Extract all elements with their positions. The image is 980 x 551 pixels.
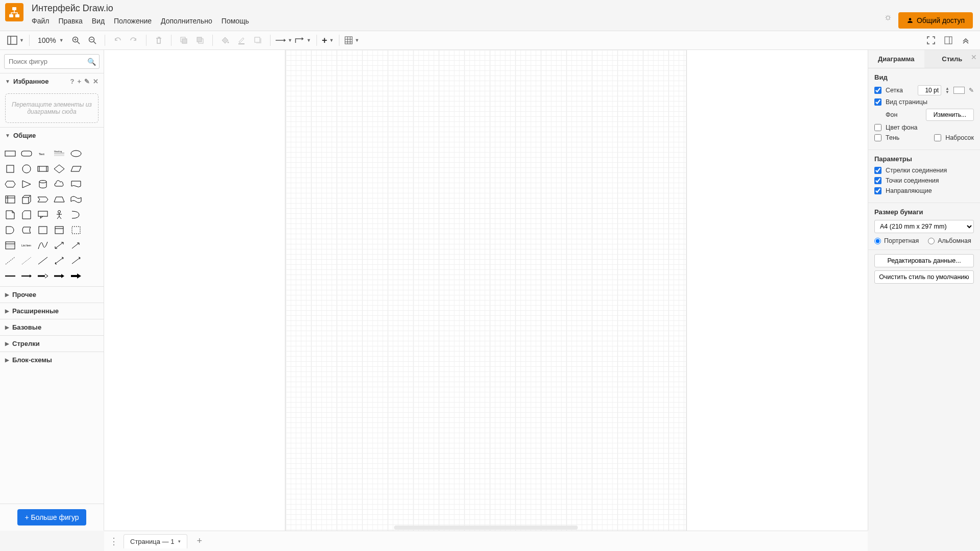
shape-tape[interactable]: [69, 192, 83, 207]
edit-grid-color-icon[interactable]: ✎: [969, 87, 974, 94]
shape-thin-arrow[interactable]: [19, 269, 34, 283]
close-icon[interactable]: ✕: [93, 78, 99, 85]
more-shapes-button[interactable]: + Больше фигур: [17, 509, 86, 525]
help-icon[interactable]: ?: [70, 78, 74, 85]
shape-diamond[interactable]: [52, 162, 66, 176]
app-logo[interactable]: [5, 3, 23, 21]
format-panel-button[interactable]: [941, 33, 955, 47]
collapse-button[interactable]: [959, 33, 973, 47]
section-header-general[interactable]: ▼ Общие: [0, 128, 104, 143]
horizontal-scrollbar[interactable]: [394, 525, 578, 530]
shape-internal-storage[interactable]: [3, 192, 17, 207]
add-page-button[interactable]: +: [192, 536, 206, 546]
add-icon[interactable]: +: [77, 78, 81, 85]
grid-color-swatch[interactable]: [953, 87, 965, 94]
checkbox-bg-color[interactable]: [874, 124, 881, 131]
shape-thick-arrow[interactable]: [52, 269, 66, 283]
waypoint-dropdown[interactable]: ▼: [295, 37, 311, 44]
fill-color-button[interactable]: [218, 33, 232, 47]
theme-toggle-icon[interactable]: ☼: [884, 12, 892, 22]
shape-block-arrow[interactable]: [69, 269, 83, 283]
checkbox-page-view[interactable]: [874, 98, 881, 106]
search-input[interactable]: [5, 55, 99, 68]
change-background-button[interactable]: Изменить...: [926, 109, 974, 121]
section-header-advanced[interactable]: ▶Расширенные: [0, 303, 104, 319]
page-menu-icon[interactable]: ⋮: [109, 536, 118, 547]
shape-or[interactable]: [69, 208, 83, 222]
shape-directional-connector[interactable]: [69, 254, 83, 268]
grid-size-input[interactable]: [918, 85, 941, 95]
menu-edit[interactable]: Правка: [58, 17, 82, 25]
line-color-button[interactable]: [234, 33, 249, 47]
radio-landscape-wrap[interactable]: Альбомная: [928, 237, 971, 244]
shape-text[interactable]: Text: [36, 146, 50, 161]
shape-card[interactable]: [19, 208, 34, 222]
page-tab[interactable]: Страница — 1 ▾: [124, 534, 187, 548]
section-header-basic[interactable]: ▶Базовые: [0, 319, 104, 335]
checkbox-sketch[interactable]: [934, 134, 941, 141]
insert-dropdown[interactable]: +▼: [322, 35, 334, 46]
shape-container[interactable]: [36, 223, 50, 237]
radio-landscape[interactable]: [928, 238, 935, 244]
close-panel-icon[interactable]: ✕: [971, 53, 977, 61]
shape-bidir-connector[interactable]: [52, 254, 66, 268]
section-header-flowchart[interactable]: ▶Блок-схемы: [0, 352, 104, 368]
menu-file[interactable]: Файл: [32, 17, 49, 25]
reset-style-button[interactable]: Очистить стиль по умолчанию: [874, 270, 974, 284]
shape-dotted-line[interactable]: [19, 254, 34, 268]
menu-arrange[interactable]: Положение: [114, 17, 152, 25]
checkbox-conn-points[interactable]: [874, 177, 881, 184]
zoom-in-button[interactable]: [69, 33, 83, 47]
shadow-button[interactable]: [251, 33, 265, 47]
undo-button[interactable]: [110, 33, 125, 47]
shape-note[interactable]: [3, 208, 17, 222]
shape-ellipse[interactable]: [69, 146, 83, 161]
section-header-arrows[interactable]: ▶Стрелки: [0, 336, 104, 352]
edit-icon[interactable]: ✎: [84, 78, 90, 85]
checkbox-guides[interactable]: [874, 187, 881, 194]
shape-callout[interactable]: [36, 208, 50, 222]
to-front-button[interactable]: [177, 33, 191, 47]
edit-data-button[interactable]: Редактировать данные...: [874, 254, 974, 267]
shape-bidirectional-arrow[interactable]: [52, 238, 66, 253]
checkbox-conn-arrows[interactable]: [874, 167, 881, 174]
shape-parallelogram[interactable]: [69, 162, 83, 176]
grid-size-stepper[interactable]: ▲▼: [945, 87, 949, 94]
scratch-dropzone[interactable]: Перетащите элементы из диаграммы сюда: [5, 93, 99, 123]
zoom-level[interactable]: 100% ▼: [35, 36, 67, 44]
shape-textbox[interactable]: Heading: [52, 146, 66, 161]
table-dropdown[interactable]: ▼: [345, 36, 359, 44]
shape-step[interactable]: [36, 192, 50, 207]
radio-portrait-wrap[interactable]: Портретная: [874, 237, 919, 244]
shape-data-storage[interactable]: [19, 223, 34, 237]
shape-cylinder[interactable]: [36, 177, 50, 191]
shape-cube[interactable]: [19, 192, 34, 207]
shape-actor[interactable]: [52, 208, 66, 222]
connection-dropdown[interactable]: ▼: [276, 38, 292, 43]
shape-list[interactable]: [3, 238, 17, 253]
menu-extras[interactable]: Дополнительно: [161, 17, 212, 25]
paper-size-select[interactable]: A4 (210 mm x 297 mm): [874, 220, 974, 233]
shape-square[interactable]: [3, 162, 17, 176]
shape-arrow[interactable]: [69, 238, 83, 253]
shape-link[interactable]: [3, 269, 17, 283]
shape-hexagon[interactable]: [3, 177, 17, 191]
to-back-button[interactable]: [193, 33, 207, 47]
section-header-misc[interactable]: ▶Прочее: [0, 287, 104, 303]
view-dropdown[interactable]: ▼: [7, 36, 24, 45]
checkbox-grid[interactable]: [874, 87, 881, 94]
delete-button[interactable]: [152, 33, 166, 47]
menu-view[interactable]: Вид: [92, 17, 105, 25]
shape-triangle[interactable]: [19, 177, 34, 191]
shape-rectangle[interactable]: [3, 146, 17, 161]
shape-thick-arrow-open[interactable]: [36, 269, 50, 283]
shape-group[interactable]: [69, 223, 83, 237]
canvas-area[interactable]: [104, 50, 868, 531]
shape-rounded-rect[interactable]: [19, 146, 34, 161]
radio-portrait[interactable]: [874, 238, 881, 244]
search-icon[interactable]: 🔍: [87, 58, 96, 66]
shape-document[interactable]: [69, 177, 83, 191]
shape-list-item[interactable]: List Item: [19, 238, 34, 253]
shape-process[interactable]: [36, 162, 50, 176]
checkbox-shadow[interactable]: [874, 134, 881, 141]
